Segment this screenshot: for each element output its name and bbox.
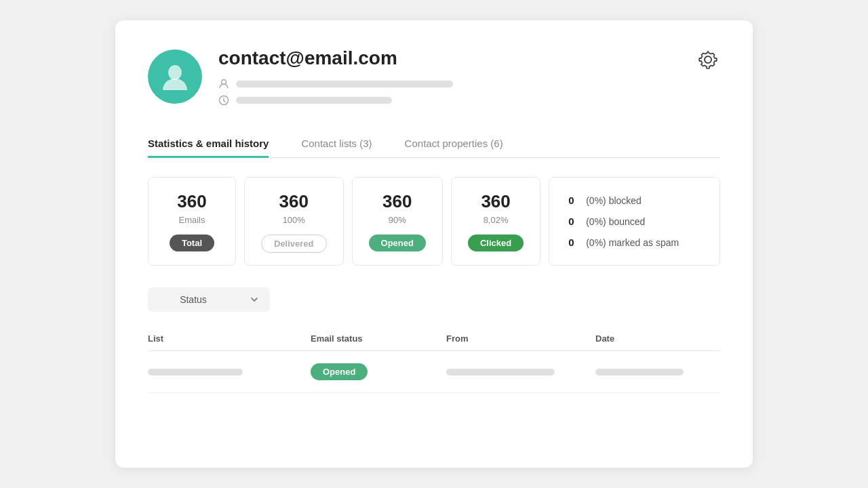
header-info: contact@email.com xyxy=(218,47,720,106)
list-placeholder xyxy=(148,369,243,375)
status-dropdown[interactable]: Status xyxy=(148,287,270,312)
stat-number-delivered: 360 xyxy=(279,191,309,212)
stat-number-clicked: 360 xyxy=(481,191,510,212)
row-list-cell xyxy=(148,369,311,375)
contact-email: contact@email.com xyxy=(218,47,720,69)
col-header-status: Email status xyxy=(311,333,446,344)
col-header-list: List xyxy=(148,333,311,344)
tab-contact-lists[interactable]: Contact lists (3) xyxy=(301,131,372,158)
stats-row: 360 Emails Total 360 100% Delivered 360 … xyxy=(148,177,720,266)
table-row: Opened xyxy=(148,351,720,393)
stat-card-total: 360 Emails Total xyxy=(148,177,236,266)
stat-label-delivered: 100% xyxy=(283,215,305,225)
side-stat-blocked: 0 (0%) blocked xyxy=(568,195,701,206)
row-date-cell xyxy=(595,369,720,375)
meta-row-person xyxy=(218,79,720,89)
stat-number-opened: 360 xyxy=(382,191,412,212)
clock-icon xyxy=(218,95,229,106)
stat-card-opened: 360 90% Opened xyxy=(352,177,443,266)
tab-statistics[interactable]: Statistics & email history xyxy=(148,131,269,158)
tab-contact-properties[interactable]: Contact properties (6) xyxy=(405,131,503,158)
stat-card-delivered: 360 100% Delivered xyxy=(244,177,344,266)
row-status-badge: Opened xyxy=(311,363,368,380)
stat-card-clicked: 360 8,02% Clicked xyxy=(451,177,540,266)
filter-row: Status xyxy=(148,287,720,312)
meta-row-clock xyxy=(218,95,720,106)
row-from-cell xyxy=(446,369,595,375)
avatar xyxy=(148,49,202,104)
person-meta-bar xyxy=(236,81,453,87)
spam-text: (0%) marked as spam xyxy=(586,237,679,248)
chevron-down-icon xyxy=(250,295,259,304)
stat-label-opened: 90% xyxy=(389,215,406,225)
gear-icon xyxy=(698,50,717,69)
col-header-from: From xyxy=(446,333,595,344)
side-stats: 0 (0%) blocked 0 (0%) bounced 0 (0%) mar… xyxy=(549,177,720,266)
spam-num: 0 xyxy=(568,237,579,248)
main-card: contact@email.com xyxy=(115,20,753,468)
bounced-text: (0%) bounced xyxy=(586,216,645,227)
person-icon xyxy=(218,79,229,89)
header: contact@email.com xyxy=(148,47,720,106)
badge-opened: Opened xyxy=(369,235,426,251)
stat-label-total: Emails xyxy=(178,215,205,225)
svg-point-0 xyxy=(168,65,182,80)
tabs: Statistics & email history Contact lists… xyxy=(148,130,720,158)
blocked-num: 0 xyxy=(568,195,579,206)
badge-delivered: Delivered xyxy=(261,235,327,253)
col-header-date: Date xyxy=(595,333,720,344)
blocked-text: (0%) blocked xyxy=(586,195,642,206)
from-placeholder xyxy=(446,369,555,375)
badge-clicked: Clicked xyxy=(468,235,524,251)
stat-label-clicked: 8,02% xyxy=(484,215,509,225)
settings-button[interactable] xyxy=(696,47,720,74)
badge-total: Total xyxy=(170,235,214,251)
bounced-num: 0 xyxy=(568,216,579,227)
stat-number-total: 360 xyxy=(177,191,206,212)
header-meta xyxy=(218,79,720,106)
row-status-cell: Opened xyxy=(311,363,446,380)
clock-meta-bar xyxy=(236,97,392,104)
status-dropdown-label: Status xyxy=(159,294,228,305)
table-header: List Email status From Date xyxy=(148,328,720,351)
side-stat-spam: 0 (0%) marked as spam xyxy=(568,237,701,248)
side-stat-bounced: 0 (0%) bounced xyxy=(568,216,701,227)
date-placeholder xyxy=(595,369,684,375)
avatar-icon xyxy=(157,59,193,94)
